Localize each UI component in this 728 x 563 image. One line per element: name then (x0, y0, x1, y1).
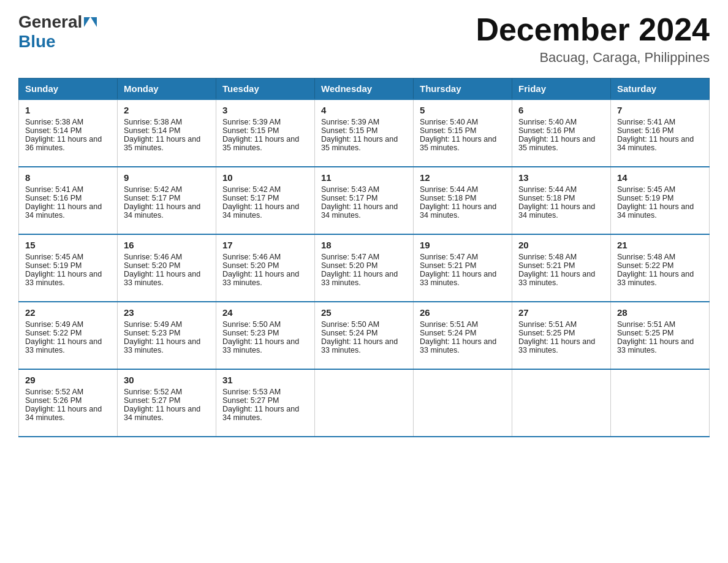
day-number: 6 (518, 105, 604, 115)
day-number: 10 (222, 172, 308, 183)
day-number: 3 (222, 105, 308, 115)
day-number: 31 (222, 375, 308, 385)
calendar-cell: 12Sunrise: 5:44 AMSunset: 5:18 PMDayligh… (414, 167, 512, 234)
day-number: 30 (124, 375, 210, 385)
calendar-cell: 22Sunrise: 5:49 AMSunset: 5:22 PMDayligh… (19, 302, 118, 369)
calendar-cell: 2Sunrise: 5:38 AMSunset: 5:14 PMDaylight… (118, 99, 216, 167)
calendar-cell: 14Sunrise: 5:45 AMSunset: 5:19 PMDayligh… (611, 167, 710, 234)
calendar-cell (512, 369, 611, 437)
header-cell-wednesday: Wednesday (315, 79, 414, 100)
logo-triangle-icon (84, 17, 90, 27)
calendar-cell: 18Sunrise: 5:47 AMSunset: 5:20 PMDayligh… (315, 234, 414, 302)
calendar-cell (611, 369, 710, 437)
calendar-body: 1Sunrise: 5:38 AMSunset: 5:14 PMDaylight… (19, 99, 710, 437)
calendar-cell: 11Sunrise: 5:43 AMSunset: 5:17 PMDayligh… (315, 167, 414, 234)
month-title: December 2024 (476, 12, 710, 47)
calendar-cell: 8Sunrise: 5:41 AMSunset: 5:16 PMDaylight… (19, 167, 118, 234)
logo-blue-text: Blue (18, 32, 56, 52)
week-row-4: 22Sunrise: 5:49 AMSunset: 5:22 PMDayligh… (19, 302, 710, 369)
calendar-cell: 6Sunrise: 5:40 AMSunset: 5:16 PMDaylight… (512, 99, 611, 167)
calendar-cell: 10Sunrise: 5:42 AMSunset: 5:17 PMDayligh… (216, 167, 315, 234)
day-number: 5 (420, 105, 506, 115)
calendar-header: SundayMondayTuesdayWednesdayThursdayFrid… (19, 79, 710, 100)
calendar-cell: 20Sunrise: 5:48 AMSunset: 5:21 PMDayligh… (512, 234, 611, 302)
calendar-cell: 29Sunrise: 5:52 AMSunset: 5:26 PMDayligh… (19, 369, 118, 437)
header-cell-saturday: Saturday (611, 79, 710, 100)
header-cell-sunday: Sunday (19, 79, 118, 100)
day-number: 29 (25, 375, 111, 385)
header-cell-friday: Friday (512, 79, 611, 100)
logo-general-text: General (18, 12, 82, 32)
day-number: 7 (617, 105, 703, 115)
calendar-cell: 21Sunrise: 5:48 AMSunset: 5:22 PMDayligh… (611, 234, 710, 302)
week-row-3: 15Sunrise: 5:45 AMSunset: 5:19 PMDayligh… (19, 234, 710, 302)
header-row: SundayMondayTuesdayWednesdayThursdayFrid… (19, 79, 710, 100)
day-number: 8 (25, 172, 111, 183)
day-number: 4 (321, 105, 407, 115)
day-number: 24 (222, 307, 308, 318)
calendar-cell: 27Sunrise: 5:51 AMSunset: 5:25 PMDayligh… (512, 302, 611, 369)
calendar-table: SundayMondayTuesdayWednesdayThursdayFrid… (18, 78, 710, 437)
calendar-cell: 5Sunrise: 5:40 AMSunset: 5:15 PMDaylight… (414, 99, 512, 167)
calendar-cell: 3Sunrise: 5:39 AMSunset: 5:15 PMDaylight… (216, 99, 315, 167)
calendar-cell (414, 369, 512, 437)
day-number: 28 (617, 307, 703, 318)
location-title: Bacuag, Caraga, Philippines (476, 50, 710, 66)
logo-triangle2-icon (91, 17, 97, 27)
calendar-cell: 25Sunrise: 5:50 AMSunset: 5:24 PMDayligh… (315, 302, 414, 369)
day-number: 22 (25, 307, 111, 318)
day-number: 19 (420, 240, 506, 250)
calendar-cell: 1Sunrise: 5:38 AMSunset: 5:14 PMDaylight… (19, 99, 118, 167)
header-cell-thursday: Thursday (414, 79, 512, 100)
day-number: 17 (222, 240, 308, 250)
calendar-cell: 9Sunrise: 5:42 AMSunset: 5:17 PMDaylight… (118, 167, 216, 234)
calendar-cell: 15Sunrise: 5:45 AMSunset: 5:19 PMDayligh… (19, 234, 118, 302)
week-row-2: 8Sunrise: 5:41 AMSunset: 5:16 PMDaylight… (19, 167, 710, 234)
day-number: 16 (124, 240, 210, 250)
header-cell-tuesday: Tuesday (216, 79, 315, 100)
calendar-cell: 31Sunrise: 5:53 AMSunset: 5:27 PMDayligh… (216, 369, 315, 437)
day-number: 18 (321, 240, 407, 250)
calendar-cell: 28Sunrise: 5:51 AMSunset: 5:25 PMDayligh… (611, 302, 710, 369)
day-number: 21 (617, 240, 703, 250)
day-number: 13 (518, 172, 604, 183)
day-number: 25 (321, 307, 407, 318)
calendar-cell: 7Sunrise: 5:41 AMSunset: 5:16 PMDaylight… (611, 99, 710, 167)
header-cell-monday: Monday (118, 79, 216, 100)
calendar-cell: 19Sunrise: 5:47 AMSunset: 5:21 PMDayligh… (414, 234, 512, 302)
calendar-cell: 30Sunrise: 5:52 AMSunset: 5:27 PMDayligh… (118, 369, 216, 437)
day-number: 23 (124, 307, 210, 318)
calendar-cell: 4Sunrise: 5:39 AMSunset: 5:15 PMDaylight… (315, 99, 414, 167)
calendar-cell: 16Sunrise: 5:46 AMSunset: 5:20 PMDayligh… (118, 234, 216, 302)
day-number: 12 (420, 172, 506, 183)
week-row-1: 1Sunrise: 5:38 AMSunset: 5:14 PMDaylight… (19, 99, 710, 167)
day-number: 9 (124, 172, 210, 183)
page-header: General Blue December 2024 Bacuag, Carag… (18, 12, 710, 66)
day-number: 20 (518, 240, 604, 250)
day-number: 15 (25, 240, 111, 250)
calendar-cell (315, 369, 414, 437)
logo: General Blue (18, 12, 97, 52)
day-number: 26 (420, 307, 506, 318)
day-number: 1 (25, 105, 111, 115)
day-number: 2 (124, 105, 210, 115)
calendar-cell: 26Sunrise: 5:51 AMSunset: 5:24 PMDayligh… (414, 302, 512, 369)
calendar-cell: 23Sunrise: 5:49 AMSunset: 5:23 PMDayligh… (118, 302, 216, 369)
day-number: 27 (518, 307, 604, 318)
calendar-cell: 13Sunrise: 5:44 AMSunset: 5:18 PMDayligh… (512, 167, 611, 234)
calendar-cell: 17Sunrise: 5:46 AMSunset: 5:20 PMDayligh… (216, 234, 315, 302)
week-row-5: 29Sunrise: 5:52 AMSunset: 5:26 PMDayligh… (19, 369, 710, 437)
day-number: 11 (321, 172, 407, 183)
day-number: 14 (617, 172, 703, 183)
title-section: December 2024 Bacuag, Caraga, Philippine… (476, 12, 710, 66)
calendar-cell: 24Sunrise: 5:50 AMSunset: 5:23 PMDayligh… (216, 302, 315, 369)
